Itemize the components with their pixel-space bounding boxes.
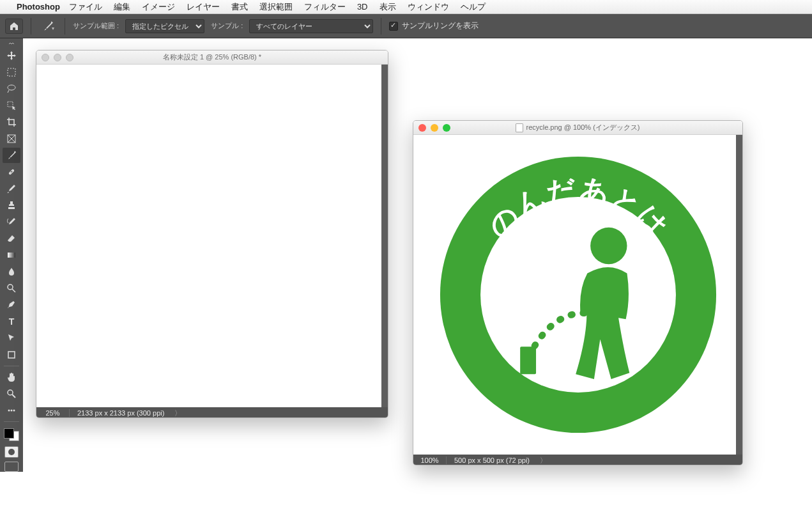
status-bar: 100% 500 px x 500 px (72 ppi) 〉	[413, 455, 742, 465]
titlebar[interactable]: 名称未設定 1 @ 25% (RGB/8) *	[36, 51, 388, 65]
zoom-value[interactable]: 100%	[413, 456, 447, 464]
svg-point-5	[8, 284, 13, 290]
svg-point-9	[8, 410, 10, 412]
separator	[381, 18, 381, 35]
close-icon[interactable]	[418, 124, 426, 132]
crop-tool[interactable]	[3, 114, 20, 130]
app-name[interactable]: Photoshop	[17, 2, 60, 12]
separator	[31, 18, 31, 35]
scrollbar[interactable]	[736, 135, 742, 455]
stamp-tool[interactable]	[3, 198, 20, 213]
expand-icon[interactable]	[0, 41, 23, 47]
foreground-color[interactable]	[4, 428, 14, 439]
eraser-tool[interactable]	[3, 231, 20, 246]
menu-file[interactable]: ファイル	[69, 1, 102, 13]
svg-rect-1	[8, 102, 13, 107]
close-icon[interactable]	[42, 54, 49, 61]
zoom-icon[interactable]	[66, 54, 73, 61]
tools-panel: T	[0, 38, 23, 472]
svg-rect-7	[8, 352, 15, 358]
svg-text:T: T	[9, 316, 15, 327]
options-bar: ▾ サンプル範囲 : 指定したピクセル サンプル : すべてのレイヤー サンプル…	[0, 14, 812, 38]
hand-tool[interactable]	[3, 370, 20, 385]
sample-range-label: サンプル範囲 :	[73, 21, 119, 31]
show-ring-label: サンプルリングを表示	[402, 20, 479, 31]
svg-rect-18	[520, 347, 536, 374]
marquee-tool[interactable]	[3, 65, 20, 80]
move-tool[interactable]	[3, 48, 20, 63]
document-title: recycle.png @ 100% (インデックス)	[526, 123, 640, 132]
menu-help[interactable]: ヘルプ	[461, 1, 486, 13]
dimensions[interactable]: 500 px x 500 px (72 ppi)	[447, 456, 537, 464]
document-icon	[516, 123, 523, 132]
menu-filter[interactable]: フィルター	[304, 1, 346, 13]
show-ring-input[interactable]	[389, 22, 398, 31]
document-window-2[interactable]: recycle.png @ 100% (インデックス) のんだあとは リサイクル	[413, 120, 743, 465]
tools-divider	[4, 421, 19, 422]
screenmode-button[interactable]	[4, 462, 19, 472]
menu-window[interactable]: ウィンドウ	[408, 1, 449, 13]
menu-view[interactable]: 表示	[379, 1, 396, 13]
eyedropper-tool-icon[interactable]: ▾	[39, 19, 57, 34]
history-brush-tool[interactable]	[3, 214, 20, 230]
canvas[interactable]	[36, 65, 388, 407]
document-title: 名称未設定 1 @ 25% (RGB/8) *	[163, 52, 261, 62]
svg-point-17	[590, 228, 627, 264]
menu-select[interactable]: 選択範囲	[259, 1, 293, 13]
shape-tool[interactable]	[3, 347, 20, 362]
sample-label: サンプル :	[211, 21, 243, 31]
quickmask-button[interactable]	[4, 446, 19, 458]
lasso-tool[interactable]	[3, 81, 20, 97]
chevron-right-icon[interactable]: 〉	[540, 456, 547, 465]
minimize-icon[interactable]	[54, 54, 61, 61]
zoom-tool[interactable]	[3, 386, 20, 401]
pen-tool[interactable]	[3, 297, 20, 313]
svg-point-8	[8, 390, 13, 395]
type-tool[interactable]: T	[3, 314, 20, 329]
menu-layer[interactable]: レイヤー	[187, 1, 220, 13]
eyedropper-tool[interactable]	[3, 148, 20, 163]
zoom-value[interactable]: 25%	[36, 409, 70, 417]
sample-select[interactable]: すべてのレイヤー	[249, 19, 373, 33]
titlebar[interactable]: recycle.png @ 100% (インデックス)	[413, 121, 742, 135]
show-sampling-ring-checkbox[interactable]: サンプルリングを表示	[389, 20, 479, 31]
chevron-right-icon[interactable]: 〉	[174, 409, 181, 418]
edit-toolbar[interactable]	[3, 403, 20, 418]
status-bar: 25% 2133 px x 2133 px (300 ppi) 〉	[36, 407, 388, 418]
home-button[interactable]	[5, 19, 23, 34]
zoom-icon[interactable]	[443, 124, 450, 132]
workspace: T 名称未設定 1 @ 25% (RGB/8) * 25% 2133 px x …	[0, 38, 812, 514]
traffic-lights[interactable]	[42, 54, 73, 61]
separator	[65, 18, 65, 35]
healing-tool[interactable]	[3, 164, 20, 180]
dodge-tool[interactable]	[3, 281, 20, 296]
quick-select-tool[interactable]	[3, 98, 20, 113]
tools-divider	[4, 366, 19, 366]
brush-tool[interactable]	[3, 181, 20, 196]
menu-image[interactable]: イメージ	[142, 1, 175, 13]
svg-rect-4	[8, 253, 15, 258]
sample-range-select[interactable]: 指定したピクセル	[125, 19, 204, 33]
traffic-lights[interactable]	[418, 124, 450, 132]
menu-3d[interactable]: 3D	[357, 2, 368, 12]
recycle-sign-graphic: のんだあとは リサイクル	[425, 142, 731, 448]
color-swatch[interactable]	[3, 427, 20, 442]
mac-menubar: Photoshop ファイル 編集 イメージ レイヤー 書式 選択範囲 フィルタ…	[0, 0, 812, 14]
svg-point-11	[13, 410, 15, 412]
canvas[interactable]: のんだあとは リサイクル	[413, 135, 742, 455]
dimensions[interactable]: 2133 px x 2133 px (300 ppi)	[70, 409, 172, 417]
menu-type[interactable]: 書式	[231, 1, 248, 13]
svg-rect-0	[8, 68, 15, 76]
minimize-icon[interactable]	[431, 124, 438, 132]
svg-point-10	[11, 410, 13, 412]
blur-tool[interactable]	[3, 264, 20, 279]
path-select-tool[interactable]	[3, 331, 20, 346]
menu-edit[interactable]: 編集	[114, 1, 130, 13]
gradient-tool[interactable]	[3, 247, 20, 263]
scrollbar[interactable]	[381, 65, 388, 407]
document-window-1[interactable]: 名称未設定 1 @ 25% (RGB/8) * 25% 2133 px x 21…	[36, 50, 388, 418]
frame-tool[interactable]	[3, 131, 20, 146]
